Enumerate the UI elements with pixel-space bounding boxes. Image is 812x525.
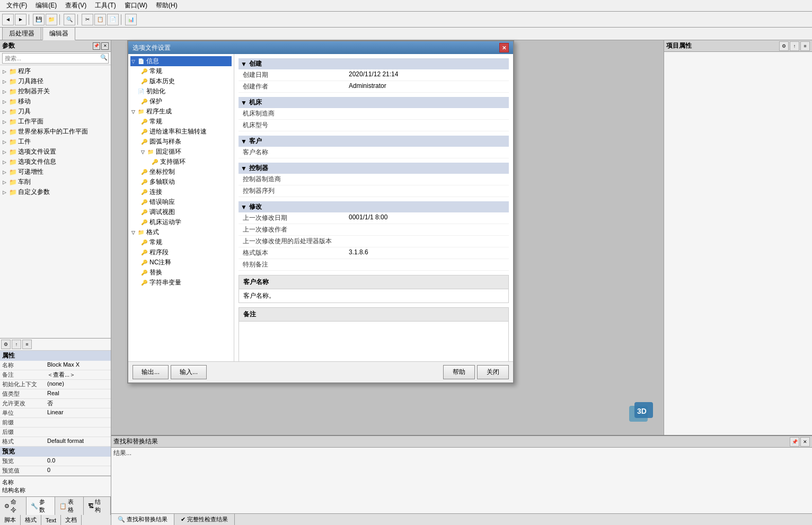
props-value-init-ctx: (none) <box>45 380 111 389</box>
info-row-modify-postprocessor: 上一次修改使用的后处理器版本 <box>239 236 509 247</box>
menu-help[interactable]: 帮助(H) <box>152 0 182 11</box>
modal-close-x-btn[interactable]: ✕ <box>499 43 509 52</box>
bottom-tab-text[interactable]: Text <box>41 515 61 525</box>
right-props-btn-3[interactable]: ≡ <box>800 41 810 51</box>
toolbar-btn-copy[interactable]: 📋 <box>94 14 106 25</box>
bottom-panel-close[interactable]: ✕ <box>800 437 810 447</box>
info-section-customer: ▼ 客户 客户名称 <box>239 136 509 158</box>
tree-item-work-plane[interactable]: ▷ 📁 工作平面 <box>0 117 111 127</box>
modal-tree-coord-ctrl[interactable]: 🔑 坐标控制 <box>130 167 232 177</box>
bottom-tab-structure-label: 结构 <box>95 498 106 514</box>
expand-custom-params: ▷ <box>0 190 8 195</box>
tree-item-world-work-plane[interactable]: ▷ 📁 世界坐标系中的工作平面 <box>0 127 111 137</box>
panel-pin-btn[interactable]: 📌 <box>93 42 100 50</box>
close-button[interactable]: 关闭 <box>477 365 509 379</box>
tree-item-program[interactable]: ▷ 📁 程序 <box>0 66 111 76</box>
toolbar-btn-open[interactable]: 📁 <box>46 14 57 25</box>
modal-icon-multi-axis: 🔑 <box>141 179 148 185</box>
right-props-btn-1[interactable]: ⚙ <box>779 41 789 51</box>
info-label-format-version: 格式版本 <box>243 248 349 257</box>
bottom-tab-params[interactable]: 🔧 参数 <box>27 497 55 515</box>
tree-item-car[interactable]: ▷ 📁 车削 <box>0 177 111 187</box>
tree-item-move[interactable]: ▷ 📁 移动 <box>0 96 111 106</box>
export-button[interactable]: 输出... <box>133 365 169 379</box>
tab-postprocessor[interactable]: 后处理器 <box>2 27 41 40</box>
toolbar-btn-paste[interactable]: 📄 <box>107 14 119 25</box>
toolbar-btn-search[interactable]: 🔍 <box>64 14 75 25</box>
modal-tree-info[interactable]: ▽ 📄 信息 <box>130 56 232 66</box>
expand-world-work-plane: ▷ <box>0 129 8 135</box>
bottom-tab-doc[interactable]: 文档 <box>61 515 82 525</box>
structure-label: 结构名称 <box>2 486 109 494</box>
tree-item-controller-switch[interactable]: ▷ 📁 控制器开关 <box>0 86 111 96</box>
menu-window[interactable]: 窗口(W) <box>120 0 152 11</box>
modal-tree-error-resp[interactable]: 🔑 错误响应 <box>130 197 232 207</box>
bp-tab-integrity[interactable]: ✔ 完整性检查结果 <box>174 514 235 525</box>
menu-view[interactable]: 查看(V) <box>61 0 91 11</box>
modal-tree-fixed-cycle[interactable]: ▽ 📁 固定循环 <box>130 147 232 157</box>
bottom-tab-structure[interactable]: 🏗 结构 <box>84 497 111 515</box>
props-btn-1[interactable]: ⚙ <box>1 340 11 349</box>
bottom-panel-pin[interactable]: 📌 <box>790 437 799 447</box>
right-props-btn-2[interactable]: ↑ <box>790 41 799 51</box>
modal-tree-feed-speed[interactable]: 🔑 进给速率和主轴转速 <box>130 127 232 137</box>
props-label-preview-value: 预览值 <box>0 466 45 475</box>
tree-item-variables[interactable]: ▷ 📁 可递增性 <box>0 167 111 177</box>
modal-tree-fmt-common[interactable]: 🔑 常规 <box>130 237 232 247</box>
bp-tab-integrity-label: 完整性检查结果 <box>187 515 228 523</box>
modal-tree-connect[interactable]: 🔑 连接 <box>130 187 232 197</box>
bottom-tab-doc-label: 文档 <box>65 516 77 524</box>
toolbar-btn-back[interactable]: ◄ <box>2 14 14 25</box>
modal-tree-multi-axis[interactable]: 🔑 多轴联动 <box>130 177 232 187</box>
help-button[interactable]: 帮助 <box>443 365 475 379</box>
modal-tree-pg-common[interactable]: 🔑 常规 <box>130 117 232 127</box>
tree-item-option-file-info[interactable]: ▷ 📁 选项文件信息 <box>0 157 111 167</box>
tab-editor[interactable]: 编辑器 <box>42 27 75 40</box>
toolbar-btn-forward[interactable]: ► <box>15 14 27 25</box>
modal-tree-prog-gen[interactable]: ▽ 📁 程序生成 <box>130 106 232 117</box>
tree-item-custom-params[interactable]: ▷ 📁 自定义参数 <box>0 187 111 197</box>
tree-item-toolpath[interactable]: ▷ 📁 刀具路径 <box>0 76 111 86</box>
modal-tree-nc-comment[interactable]: 🔑 NC注释 <box>130 257 232 268</box>
modal-tree-arc-sample[interactable]: 🔑 圆弧与样条 <box>130 137 232 147</box>
toolbar-btn-chart[interactable]: 📊 <box>125 14 137 25</box>
tree-item-workpiece[interactable]: ▷ 📁 工件 <box>0 137 111 147</box>
bp-tab-find-replace[interactable]: 🔍 查找和替换结果 <box>111 514 174 525</box>
tree-item-option-file-settings[interactable]: ▷ 📁 选项文件设置 <box>0 147 111 157</box>
bottom-tab-command[interactable]: ⚙ 命令 <box>0 497 27 515</box>
props-value-name: Block Max X <box>45 361 111 370</box>
tree-item-tool[interactable]: ▷ 📁 刀具 <box>0 106 111 117</box>
bottom-tab-format2[interactable]: 格式 <box>21 515 41 525</box>
search-input[interactable] <box>2 53 109 64</box>
props-btn-2[interactable]: ↑ <box>12 340 21 349</box>
modal-tree-protect[interactable]: 🔑 保护 <box>130 96 232 106</box>
modal-tree-support-cycle[interactable]: 🔑 支持循环 <box>130 157 232 167</box>
modal-icon-format: 📁 <box>138 229 145 235</box>
menu-tools[interactable]: 工具(T) <box>91 0 120 11</box>
menu-edit[interactable]: 编辑(E) <box>31 0 61 11</box>
toolbar-btn-save[interactable]: 💾 <box>33 14 45 25</box>
modal-tree-common[interactable]: 🔑 常规 <box>130 66 232 76</box>
modal-tree-machine-motion[interactable]: 🔑 机床运动学 <box>130 217 232 227</box>
modal-tree-init[interactable]: 📄 初始化 <box>130 86 232 96</box>
toolbar-btn-cut[interactable]: ✂ <box>82 14 93 25</box>
modal-tree-format[interactable]: ▽ 📁 格式 <box>130 227 232 237</box>
panel-close-btn[interactable]: ✕ <box>101 42 109 50</box>
modal-tree-prog-section[interactable]: 🔑 程序段 <box>130 247 232 257</box>
svg-text:3D: 3D <box>637 407 647 415</box>
bottom-tab-script[interactable]: 脚本 <box>0 515 21 525</box>
modal-footer: 输出... 输入... 帮助 关闭 <box>128 361 513 382</box>
modal-overlay: 选项文件设置 ✕ ▽ 📄 信息 🔑 常规 🔑 版本历史 <box>127 40 514 384</box>
toolbar: ◄ ► 💾 📁 🔍 ✂ 📋 📄 📊 <box>0 12 812 28</box>
import-button[interactable]: 输入... <box>171 365 207 379</box>
params-tree: ▷ 📁 程序 ▷ 📁 刀具路径 ▷ 📁 控制器开关 ▷ 📁 移动 ▷ � <box>0 65 111 338</box>
modal-tree-replace[interactable]: 🔑 替换 <box>130 268 232 278</box>
modal-tree-debug-view[interactable]: 🔑 调试视图 <box>130 207 232 217</box>
bottom-tab-table[interactable]: 📋 表格 <box>55 497 84 515</box>
info-section-customer-header: ▼ 客户 <box>239 136 509 147</box>
modal-tree-string-var[interactable]: 🔑 字符串变量 <box>130 278 232 288</box>
menu-file[interactable]: 文件(F) <box>2 0 31 11</box>
modal-tree-version[interactable]: 🔑 版本历史 <box>130 76 232 86</box>
props-btn-3[interactable]: ≡ <box>22 340 32 349</box>
modal-option-file-settings: 选项文件设置 ✕ ▽ 📄 信息 🔑 常规 🔑 版本历史 <box>127 40 514 384</box>
